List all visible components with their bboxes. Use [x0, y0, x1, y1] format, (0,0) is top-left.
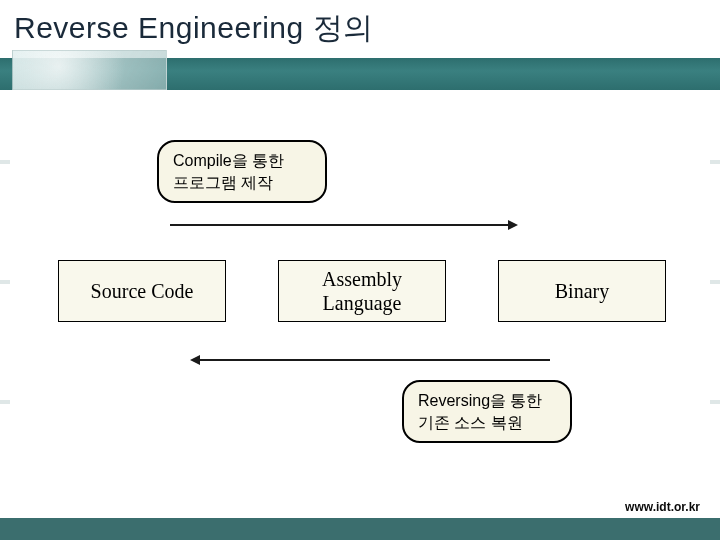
slide: Reverse Engineering 정의 Compile을 통한프로그램 제…	[0, 0, 720, 540]
margin-tick	[0, 280, 10, 284]
margin-tick	[0, 400, 10, 404]
footer-url: www.idt.or.kr	[625, 500, 700, 514]
note-reverse: Reversing을 통한 기존 소스 복원	[402, 380, 572, 443]
margin-tick	[710, 400, 720, 404]
node-assembly-language: AssemblyLanguage	[278, 260, 446, 322]
margin-tick	[0, 160, 10, 164]
note-compile: Compile을 통한프로그램 제작	[157, 140, 327, 203]
slide-title: Reverse Engineering 정의	[14, 8, 374, 49]
margin-tick	[710, 280, 720, 284]
node-binary: Binary	[498, 260, 666, 322]
margin-tick	[710, 160, 720, 164]
node-source-code: Source Code	[58, 260, 226, 322]
header: Reverse Engineering 정의	[0, 0, 720, 90]
footer-bar	[0, 518, 720, 540]
header-photo	[12, 50, 167, 90]
